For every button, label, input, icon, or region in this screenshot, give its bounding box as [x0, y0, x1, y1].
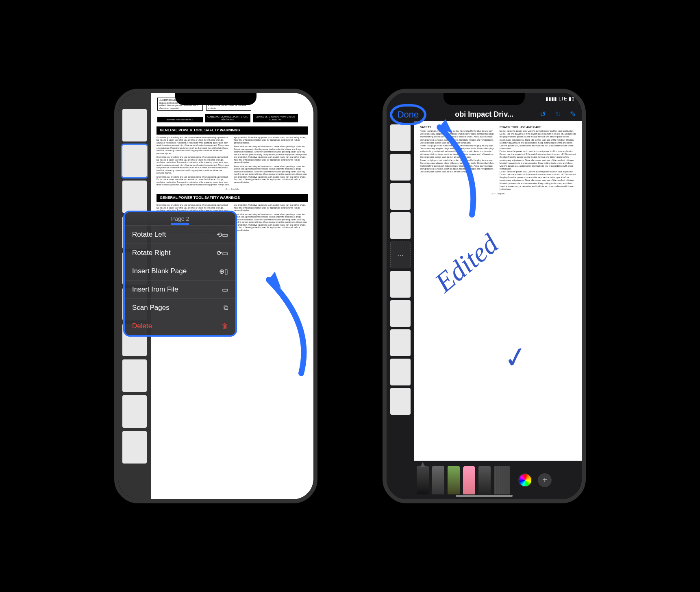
page-thumbnail[interactable] — [122, 431, 147, 464]
menu-rotate-right[interactable]: Rotate Right ⟳▭ — [125, 244, 235, 262]
menu-scan-pages[interactable]: Scan Pages ⧉ — [125, 298, 235, 317]
color-picker-button[interactable] — [518, 473, 532, 487]
battery-icon: ▮▯ — [569, 96, 574, 102]
page-thumbnail[interactable] — [390, 388, 411, 415]
reference-box: MANUAL FOR REFERENCE — [157, 117, 203, 123]
page-thumbnail[interactable] — [390, 329, 411, 356]
reference-box: CONSERVER CE MANUEL POUR FUTURE RÉFÉRENC… — [205, 114, 250, 122]
section-heading: GENERAL POWER TOOL SAFETY WARNINGS — [157, 126, 308, 135]
page-thumbnail[interactable] — [390, 212, 411, 239]
add-annotation-button[interactable]: + — [538, 473, 552, 487]
add-page-thumbnail[interactable]: ⋯ — [390, 242, 411, 268]
eraser-tool[interactable] — [463, 466, 475, 494]
undo-button[interactable]: ↺ — [540, 110, 546, 119]
page-thumbnail[interactable] — [390, 271, 411, 298]
page-context-menu: Page 2 Rotate Left ⟲▭ Rotate Right ⟳▭ In… — [123, 211, 237, 337]
page-number-label: 2 — English — [420, 192, 576, 196]
document-page-view[interactable]: SAFETY Power tool plugs must match the o… — [414, 121, 582, 461]
menu-insert-file[interactable]: Insert from File ▭ — [125, 280, 235, 298]
menu-rotate-left[interactable]: Rotate Left ⟲▭ — [125, 225, 235, 244]
menu-label: Rotate Right — [132, 249, 171, 257]
menu-header: Page 2 — [125, 212, 235, 225]
page-thumbnail[interactable] — [122, 359, 147, 392]
page-thumbnail-selected[interactable] — [122, 145, 147, 177]
page-thumbnail[interactable] — [390, 359, 411, 385]
pen-tool[interactable] — [417, 466, 429, 494]
menu-label: Rotate Left — [132, 231, 166, 239]
manual-content: SAFETY Power tool plugs must match the o… — [414, 121, 582, 461]
section-heading: SAFETY — [420, 125, 496, 129]
section-heading: GENERAL POWER TOOL SAFETY WARNINGS — [157, 194, 308, 202]
markup-toolbar: + — [387, 461, 582, 499]
reference-box: GUARDE ESTE MANUAL PARA FUTURAS CONSULTA… — [253, 114, 298, 122]
pencil-tool[interactable] — [448, 466, 460, 494]
scan-icon: ⧉ — [224, 304, 228, 311]
phone-right: ▮▮▮▮ LTE ▮▯ obi Impact Driv... ↺ ↻ ✎ Don… — [383, 89, 586, 503]
menu-label: Insert Blank Page — [132, 267, 187, 275]
page-thumbnail[interactable] — [390, 300, 411, 327]
rotate-right-icon: ⟳▭ — [217, 249, 228, 257]
screen-right: ▮▮▮▮ LTE ▮▯ obi Impact Driv... ↺ ↻ ✎ Don… — [387, 93, 582, 499]
page-thumbnail[interactable] — [390, 183, 411, 210]
page-thumbnail[interactable] — [390, 124, 411, 151]
screen-left: ⚠ AVERTISSEMENT : Pour réduire les risqu… — [118, 93, 313, 499]
done-button[interactable]: Done — [390, 104, 426, 125]
marker-tool[interactable] — [432, 466, 444, 494]
menu-label: Insert from File — [132, 285, 178, 294]
notch — [175, 93, 257, 105]
status-bar: ▮▮▮▮ LTE ▮▯ — [546, 96, 574, 102]
menu-delete[interactable]: Delete 🗑 — [125, 317, 235, 335]
thumbnail-sidebar[interactable]: ⋯ — [387, 121, 414, 461]
body-text: Know what you are doing and use common s… — [157, 136, 308, 186]
redo-button[interactable]: ↻ — [555, 110, 561, 119]
notch — [443, 93, 525, 105]
page-thumbnail[interactable] — [122, 109, 147, 141]
ruler-tool[interactable] — [494, 466, 510, 494]
markup-toggle-button[interactable]: ✎ — [570, 110, 576, 119]
lasso-tool[interactable] — [478, 466, 491, 494]
document-editor: ⋯ SAFETY Power tool plugs must match the… — [387, 121, 582, 461]
page-thumbnail[interactable] — [122, 181, 147, 213]
page-thumbnail[interactable] — [390, 154, 411, 181]
menu-insert-blank[interactable]: Insert Blank Page ⊕▯ — [125, 262, 235, 280]
trash-icon: 🗑 — [222, 322, 228, 330]
network-label: LTE — [559, 96, 567, 102]
menu-label: Delete — [132, 322, 152, 330]
signal-icon: ▮▮▮▮ — [546, 96, 557, 102]
home-indicator[interactable] — [456, 495, 513, 497]
folder-icon: ▭ — [222, 286, 228, 294]
add-page-icon: ⊕▯ — [219, 268, 228, 275]
phone-left: ⚠ AVERTISSEMENT : Pour réduire les risqu… — [114, 89, 317, 503]
menu-label: Scan Pages — [132, 304, 170, 312]
page-thumbnail[interactable] — [122, 395, 147, 428]
rotate-left-icon: ⟲▭ — [217, 231, 228, 239]
page-number-label: 2 — English — [157, 188, 308, 191]
section-heading: POWER TOOL USE AND CARE — [500, 125, 576, 129]
document-title: obi Impact Driv... — [455, 110, 513, 119]
